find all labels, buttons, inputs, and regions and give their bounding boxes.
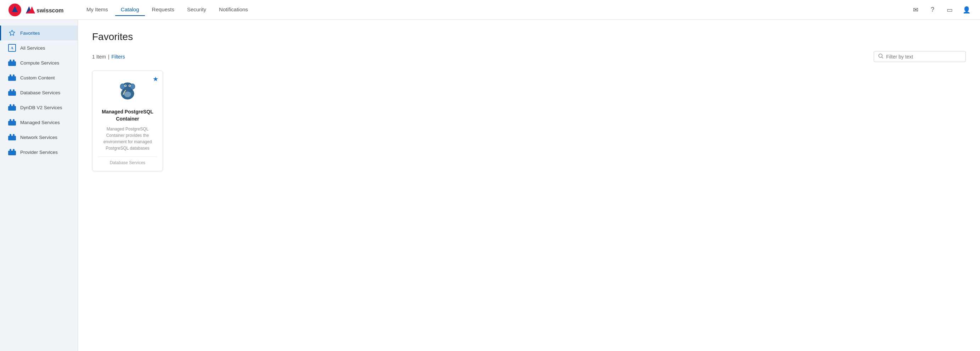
sidebar-label-favorites: Favorites (20, 30, 40, 36)
help-icon[interactable]: ? (928, 5, 937, 15)
svg-line-27 (882, 57, 883, 58)
svg-rect-13 (13, 89, 14, 91)
nav-requests[interactable]: Requests (146, 3, 180, 16)
sidebar-label-database: Database Services (20, 90, 60, 96)
compute-lego-icon (8, 59, 16, 67)
svg-rect-14 (8, 106, 16, 111)
custom-lego-icon (8, 74, 16, 81)
sidebar-label-provider: Provider Services (20, 150, 58, 155)
svg-rect-12 (10, 89, 11, 91)
dyndb-lego-icon (8, 104, 16, 111)
items-info: 1 Item | Filters (92, 54, 125, 59)
svg-rect-23 (8, 151, 16, 155)
sidebar-label-managed: Managed Services (20, 120, 60, 125)
card-favorite-button[interactable]: ★ (153, 75, 158, 83)
svg-rect-7 (13, 59, 14, 62)
managed-lego-icon (8, 118, 16, 126)
cards-grid: ★ (92, 70, 966, 171)
svg-rect-20 (8, 136, 16, 140)
search-icon (878, 54, 883, 59)
svg-text:swisscom: swisscom (37, 8, 64, 13)
mail-icon[interactable]: ✉ (910, 5, 921, 15)
nav-notifications[interactable]: Notifications (213, 3, 254, 16)
svg-rect-17 (8, 121, 16, 126)
sidebar-item-provider-services[interactable]: Provider Services (0, 145, 78, 160)
star-icon (8, 29, 16, 37)
separator: | (108, 54, 110, 59)
svg-rect-9 (10, 75, 11, 77)
svg-rect-25 (13, 149, 14, 151)
search-box (874, 51, 966, 62)
svg-point-36 (124, 91, 131, 97)
svg-rect-19 (13, 119, 14, 121)
sidebar-item-dyndb-services[interactable]: DynDB V2 Services (0, 100, 78, 115)
sidebar-item-all-services[interactable]: A All Services (0, 40, 78, 55)
sidebar-label-network: Network Services (20, 135, 57, 140)
svg-point-35 (129, 85, 130, 86)
svg-rect-15 (10, 104, 11, 106)
card-managed-postgresql[interactable]: ★ (92, 70, 163, 171)
search-input[interactable] (886, 54, 961, 59)
nav-catalog[interactable]: Catalog (115, 3, 145, 16)
provider-lego-icon (8, 148, 16, 156)
svg-rect-8 (8, 76, 16, 81)
all-services-icon: A (8, 44, 16, 52)
sidebar-item-compute-services[interactable]: Compute Services (0, 55, 78, 70)
svg-rect-10 (13, 75, 14, 77)
sidebar: Favorites A All Services Compute Service… (0, 20, 78, 351)
sidebar-item-network-services[interactable]: Network Services (0, 130, 78, 145)
svg-point-30 (120, 84, 125, 89)
nav-security[interactable]: Security (181, 3, 212, 16)
postgresql-elephant-svg (116, 79, 140, 103)
svg-rect-11 (8, 91, 16, 96)
nav-my-items[interactable]: My Items (81, 3, 114, 16)
header-icons: ✉ ? ▭ 👤 (910, 5, 972, 15)
sidebar-label-custom: Custom Content (20, 75, 55, 80)
card-category: Database Services (98, 156, 157, 165)
main-nav: My Items Catalog Requests Security Notif… (81, 3, 910, 16)
database-lego-icon (8, 89, 16, 96)
svg-rect-18 (10, 119, 11, 121)
header: swisscom My Items Catalog Requests Secur… (0, 0, 980, 20)
swisscom-logo-icon (8, 3, 21, 16)
items-count: 1 Item (92, 54, 106, 59)
filters-link[interactable]: Filters (111, 54, 125, 59)
page-title: Favorites (92, 31, 966, 43)
monitor-icon[interactable]: ▭ (945, 5, 955, 15)
card-description: Managed PostgreSQL Container provides th… (98, 126, 157, 152)
network-lego-icon (8, 133, 16, 141)
main-content: Favorites 1 Item | Filters ★ (78, 20, 980, 351)
svg-rect-5 (8, 61, 16, 66)
sidebar-label-compute: Compute Services (20, 60, 59, 65)
svg-rect-22 (13, 134, 14, 136)
svg-point-31 (130, 84, 135, 89)
svg-rect-24 (10, 149, 11, 151)
app-body: Favorites A All Services Compute Service… (0, 20, 980, 351)
sidebar-label-dyndb: DynDB V2 Services (20, 105, 62, 110)
svg-rect-21 (10, 134, 11, 136)
sidebar-item-favorites[interactable]: Favorites (0, 26, 78, 40)
sidebar-item-database-services[interactable]: Database Services (0, 85, 78, 100)
svg-rect-6 (10, 59, 11, 62)
svg-rect-16 (13, 104, 14, 106)
card-title: Managed PostgreSQL Container (98, 108, 157, 122)
swisscom-wordmark: swisscom (24, 5, 67, 15)
card-logo-postgresql (115, 78, 140, 104)
toolbar: 1 Item | Filters (92, 51, 966, 62)
logo-area: swisscom (8, 3, 67, 16)
user-icon[interactable]: 👤 (962, 5, 972, 15)
sidebar-item-custom-content[interactable]: Custom Content (0, 70, 78, 85)
svg-point-34 (125, 85, 126, 86)
sidebar-label-all-services: All Services (20, 45, 45, 51)
sidebar-item-managed-services[interactable]: Managed Services (0, 115, 78, 130)
